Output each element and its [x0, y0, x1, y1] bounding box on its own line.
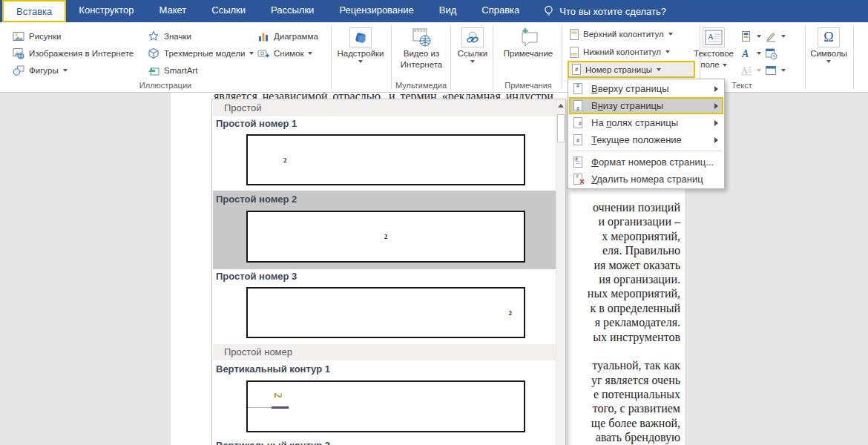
links-icon: [461, 27, 484, 47]
gallery-section-simple-number: Простой номер: [213, 344, 556, 360]
page-number-current-icon: [573, 134, 583, 145]
symbols-button[interactable]: Ω Символы: [807, 27, 850, 63]
page-number-button[interactable]: Номер страницы: [568, 61, 695, 78]
page-number-preview: 2: [384, 233, 388, 240]
screenshot-label: Снимок: [274, 49, 303, 58]
menu-item-top-of-page[interactable]: Вверху страницы: [569, 80, 723, 97]
chevron-down-icon: [657, 68, 661, 71]
smartart-button[interactable]: SmartArt: [145, 62, 200, 79]
shapes-button[interactable]: Фигуры: [10, 62, 70, 79]
scroll-up-button[interactable]: [556, 99, 565, 112]
chevron-down-icon: [668, 33, 673, 36]
icons-label: Значки: [164, 32, 191, 41]
menu-item-current-position[interactable]: Текущее положение: [569, 131, 723, 148]
page-number-preview: 2: [509, 309, 513, 317]
gallery-item-vertical-outline-1[interactable]: Вертикальный контур 1 2: [213, 362, 556, 438]
tab-view[interactable]: Вид: [427, 0, 470, 22]
tab-help[interactable]: Справка: [469, 0, 532, 22]
menu-item-remove-page-numbers[interactable]: Удалить номера страниц: [569, 171, 723, 188]
format-page-numbers-icon: [573, 156, 583, 168]
page-number-gallery: Простой Простой номер 1 2 Простой номер …: [211, 99, 566, 445]
gallery-item-simple-2-selected[interactable]: Простой номер 2 2: [213, 191, 556, 269]
page-number-menu: Вверху страницы Внизу страницы На полях …: [568, 79, 725, 189]
signature-line-button[interactable]: [763, 28, 788, 44]
wordart-button[interactable]: А: [738, 45, 763, 62]
tab-review[interactable]: Рецензирование: [326, 0, 426, 22]
text-box-label-line2: поле: [700, 60, 719, 70]
chart-button[interactable]: Диаграмма: [255, 28, 320, 44]
ribbon: Рисунки Изображения в Интернете Фигуры: [0, 22, 868, 93]
addins-button[interactable]: Надстройки: [334, 27, 387, 63]
chevron-down-icon: [665, 50, 670, 53]
new-comment-button[interactable]: Примечание: [496, 27, 561, 59]
tab-layout[interactable]: Макет: [146, 0, 199, 22]
gallery-item-simple-3[interactable]: Простой номер 3 2: [213, 269, 556, 343]
drop-cap-button[interactable]: A: [738, 62, 763, 79]
gallery-item-vertical-outline-2[interactable]: Вертикальный контур 2: [213, 440, 556, 445]
quick-parts-button[interactable]: [738, 28, 763, 44]
header-icon: [570, 29, 579, 40]
gallery-item-simple-1[interactable]: Простой номер 1 2: [213, 116, 556, 191]
chevron-down-icon: [249, 52, 254, 55]
chevron-down-icon: [826, 60, 831, 63]
chevron-down-icon: [358, 60, 363, 63]
page-number-top-icon: [573, 83, 583, 94]
menu-item-bottom-of-page[interactable]: Внизу страницы: [569, 97, 723, 114]
group-separator: [391, 25, 392, 89]
chevron-down-icon: [781, 35, 786, 38]
menu-item-label: Формат номеров страниц...: [591, 156, 718, 168]
object-button[interactable]: [763, 62, 788, 79]
tab-references[interactable]: Ссылки: [199, 0, 258, 22]
tab-mailings[interactable]: Рассылки: [258, 0, 326, 22]
group-separator: [331, 25, 332, 89]
omega-icon: Ω: [818, 27, 840, 47]
chevron-down-icon: [757, 35, 761, 38]
preview-rule-thick: [272, 406, 289, 409]
scroll-up-icon: [558, 104, 564, 108]
text-box-button[interactable]: A Текстовое поле: [692, 27, 735, 70]
screenshot-button[interactable]: Снимок: [255, 45, 315, 62]
gallery-section-simple: Простой: [213, 100, 556, 116]
online-pictures-label: Изображения в Интернете: [29, 49, 134, 58]
text-box-icon: A: [703, 27, 725, 47]
footer-button[interactable]: Нижний колонтитул: [568, 44, 672, 60]
text-box-label-line1: Текстовое: [694, 49, 734, 59]
online-pictures-icon: [13, 47, 24, 59]
chevron-down-icon: [308, 52, 312, 55]
symbols-label: Символы: [810, 49, 847, 59]
tab-design[interactable]: Конструктор: [66, 0, 146, 22]
icons-icon: [148, 30, 160, 42]
3d-models-label: Трехмерные модели: [164, 49, 245, 58]
online-video-button[interactable]: Видео из Интернета: [395, 27, 448, 70]
submenu-arrow-icon: [714, 103, 718, 109]
svg-text:A: A: [708, 32, 714, 41]
menu-item-label: Вверху страницы: [591, 83, 714, 94]
pictures-button[interactable]: Рисунки: [10, 28, 63, 44]
group-separator: [562, 25, 562, 89]
group-separator: [450, 25, 451, 89]
menu-separator: [571, 151, 722, 151]
tab-insert[interactable]: Вставка: [2, 0, 66, 22]
submenu-arrow-icon: [714, 137, 718, 143]
menu-item-format-page-numbers[interactable]: Формат номеров страниц...: [569, 154, 723, 171]
date-time-button[interactable]: [763, 45, 780, 62]
chevron-down-icon: [470, 60, 475, 63]
object-icon: [765, 65, 777, 76]
online-video-label-line1: Видео из: [404, 49, 440, 59]
online-pictures-button[interactable]: Изображения в Интернете: [10, 45, 136, 62]
tell-me-search[interactable]: Что вы хотите сделать?: [536, 0, 674, 22]
menu-item-label: Удалить номера страниц: [591, 174, 718, 185]
page-number-icon: [572, 64, 581, 75]
shapes-label: Фигуры: [29, 66, 59, 75]
chevron-down-icon: [63, 69, 68, 72]
links-button[interactable]: Ссылки: [454, 27, 491, 63]
menu-item-page-margins[interactable]: На полях страницы: [569, 114, 723, 131]
3d-models-button[interactable]: Трехмерные модели: [145, 45, 256, 62]
icons-button[interactable]: Значки: [145, 28, 194, 44]
gallery-scrollbar[interactable]: [556, 99, 565, 445]
header-button[interactable]: Верхний колонтитул: [568, 26, 675, 42]
page-preview: 2: [246, 211, 525, 263]
quick-parts-icon: [740, 30, 752, 42]
illustrations-group-label: Иллюстрации: [0, 81, 331, 91]
scrollbar-thumb[interactable]: [557, 114, 565, 142]
